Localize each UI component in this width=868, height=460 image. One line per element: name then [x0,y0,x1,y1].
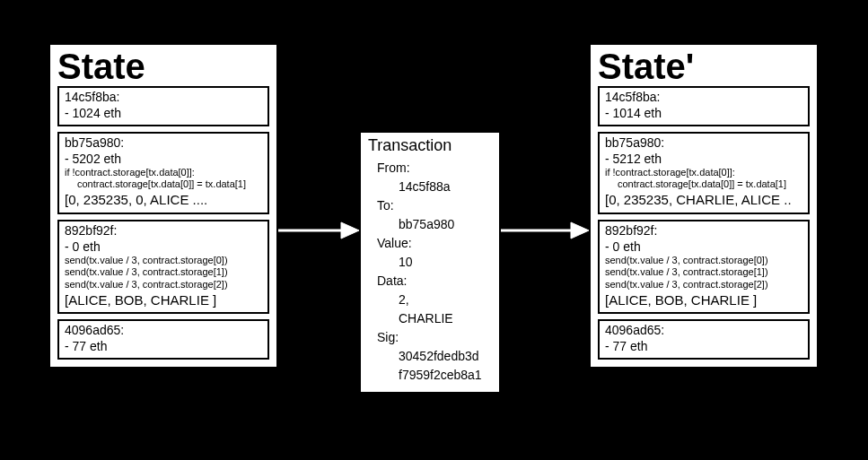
storage: [ALICE, BOB, CHARLIE ] [605,292,802,309]
state-entry: 14c5f8ba: - 1014 eth [598,86,810,126]
addr: 14c5f8ba: [65,90,262,106]
state-entry: bb75a980: - 5202 eth if !contract.storag… [57,132,269,214]
svg-marker-3 [571,222,589,239]
arrow-icon [501,217,589,244]
balance: - 5202 eth [65,152,262,168]
addr: bb75a980: [605,135,802,152]
value-label: Value: [377,234,492,253]
addr: 892bf92f: [605,223,802,239]
sig-value: 30452fdedb3d [377,347,492,366]
sig-label: Sig: [377,328,492,347]
data-value: 2, [377,291,492,309]
code-line: send(tx.value / 3, contract.storage[2]) [605,279,802,291]
addr: 14c5f8ba: [605,90,802,106]
storage: [ALICE, BOB, CHARLIE ] [65,292,262,309]
balance: - 1024 eth [65,106,262,122]
balance: - 77 eth [605,339,802,355]
addr: 4096ad65: [605,323,802,339]
data-value: CHARLIE [377,309,492,328]
code-line: if !contract.storage[tx.data[0]]: [605,167,802,178]
value-value: 10 [377,253,492,272]
code-line: send(tx.value / 3, contract.storage[1]) [605,266,802,278]
code-line: send(tx.value / 3, contract.storage[1]) [65,266,262,278]
storage: [0, 235235, 0, ALICE .... [65,192,262,209]
balance: - 0 eth [605,239,802,256]
transaction-title: Transaction [368,136,492,155]
balance: - 77 eth [65,339,262,355]
state-title: State [57,48,269,84]
svg-marker-1 [341,222,359,239]
addr: 892bf92f: [65,223,262,239]
to-label: To: [377,196,492,215]
addr: bb75a980: [65,135,262,152]
state-entry: 892bf92f: - 0 eth send(tx.value / 3, con… [598,220,810,314]
state-entry: bb75a980: - 5212 eth if !contract.storag… [598,132,810,214]
arrow-icon [278,217,359,244]
code-line: contract.storage[tx.data[0]] = tx.data[1… [65,178,262,190]
code-line: contract.storage[tx.data[0]] = tx.data[1… [605,178,802,190]
code-line: if !contract.storage[tx.data[0]]: [65,167,262,178]
state-entry: 892bf92f: - 0 eth send(tx.value / 3, con… [57,220,269,314]
state-panel: State 14c5f8ba: - 1024 eth bb75a980: - 5… [48,43,278,369]
code-line: send(tx.value / 3, contract.storage[0]) [605,255,802,266]
data-label: Data: [377,272,492,291]
to-value: bb75a980 [377,215,492,234]
balance: - 1014 eth [605,106,802,122]
transaction-panel: Transaction From: 14c5f88a To: bb75a980 … [359,131,501,394]
addr: 4096ad65: [65,323,262,339]
storage: [0, 235235, CHARLIE, ALICE .. [605,192,802,209]
balance: - 5212 eth [605,152,802,168]
state-entry: 14c5f8ba: - 1024 eth [57,86,269,126]
sig-value: f7959f2ceb8a1 [377,366,492,385]
state-entry: 4096ad65: - 77 eth [598,319,810,360]
state-prime-panel: State' 14c5f8ba: - 1014 eth bb75a980: - … [589,43,819,369]
state-entry: 4096ad65: - 77 eth [57,319,269,360]
state-prime-title: State' [598,48,810,84]
code-line: send(tx.value / 3, contract.storage[2]) [65,279,262,291]
transaction-body: From: 14c5f88a To: bb75a980 Value: 10 Da… [368,159,492,385]
from-label: From: [377,159,492,178]
balance: - 0 eth [65,239,262,256]
from-value: 14c5f88a [377,178,492,196]
code-line: send(tx.value / 3, contract.storage[0]) [65,255,262,266]
